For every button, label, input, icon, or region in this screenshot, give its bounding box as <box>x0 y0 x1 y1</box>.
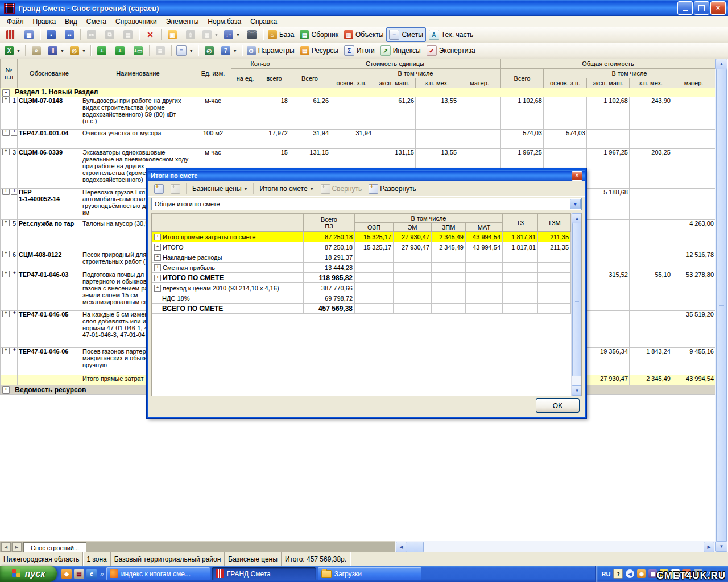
expand-icon[interactable]: + <box>11 311 18 318</box>
expand-icon[interactable]: + <box>2 271 10 278</box>
totals-cell[interactable] <box>355 304 394 314</box>
totals-cell[interactable]: 2 345,49 <box>432 232 466 242</box>
prices-button[interactable]: ◎▼ <box>67 43 89 58</box>
totals-cell[interactable]: 211,35 <box>538 232 571 242</box>
grid-cell[interactable] <box>18 375 81 385</box>
copy-button[interactable]: ⧉ <box>101 27 119 42</box>
totals-dialog-row[interactable]: ВСЕГО ПО СМЕТЕ457 569,38 <box>152 304 571 314</box>
grid-cell[interactable] <box>231 97 259 130</box>
totals-cell[interactable] <box>355 283 394 293</box>
grid-cell[interactable] <box>458 97 501 130</box>
totals-cell[interactable] <box>466 252 503 263</box>
totals-cell[interactable]: 457 569,38 <box>304 304 355 314</box>
scroll-right-icon[interactable]: ▶ <box>704 542 714 552</box>
grid-cell[interactable]: 315,52 <box>587 271 630 311</box>
grid-cell[interactable] <box>630 251 672 271</box>
grid-cell[interactable]: ПЕР 1-1-400052-14 <box>18 189 81 220</box>
totals-cell[interactable] <box>394 283 432 293</box>
totals-cell[interactable] <box>466 304 503 314</box>
totals-cell[interactable] <box>432 283 466 293</box>
new-document-button[interactable]: ▣ <box>163 27 181 42</box>
expand-icon[interactable]: + <box>2 251 10 258</box>
taskbar-window-button[interactable]: ГРАНД Смета <box>212 567 316 580</box>
tab-next-icon[interactable]: ▶ <box>12 542 22 552</box>
grid-cell[interactable] <box>458 130 501 149</box>
grid-cell[interactable]: 574,03 <box>544 130 587 149</box>
scale-button[interactable]: ‖▼ <box>46 43 67 58</box>
expand-icon[interactable]: + <box>154 275 161 281</box>
totals-dialog-row[interactable]: +Сметная прибыль13 444,28 <box>152 263 571 273</box>
grid-cell[interactable] <box>330 97 373 130</box>
expand-icon[interactable]: + <box>11 189 18 196</box>
grid-cell[interactable]: 17,972 <box>259 130 289 149</box>
grid-cell[interactable]: 1 843,24 <box>630 348 672 375</box>
grid-cell[interactable]: 1 967,25 <box>587 149 630 189</box>
collapse-icon[interactable]: - <box>2 89 10 97</box>
grid-cell[interactable]: 1 102,68 <box>587 97 630 130</box>
grid-cell[interactable]: м-час <box>195 97 231 130</box>
sort-button[interactable]: ↓↑▼ <box>221 27 243 42</box>
quick-launch-overflow-icon[interactable]: » <box>100 570 104 578</box>
menu-item[interactable]: Элементы <box>162 17 204 26</box>
base-prices-menu-button[interactable]: Базисные цены▼ <box>189 182 250 196</box>
totals-cell[interactable] <box>432 304 466 314</box>
totals-cell[interactable] <box>355 252 394 263</box>
totals-button[interactable]: ΣИтоги <box>341 43 378 58</box>
expand-icon[interactable]: + <box>154 254 161 261</box>
logo-grid-button[interactable] <box>2 27 20 42</box>
totals-cell[interactable] <box>432 263 466 273</box>
expand-icon[interactable]: + <box>154 285 161 292</box>
grid-cell[interactable]: 19 356,34 <box>587 348 630 375</box>
totals-cell[interactable] <box>355 293 394 304</box>
grid-cell[interactable]: 1+ <box>1 97 18 130</box>
totals-dialog-row[interactable]: +переход к ценам 2010 (93 214,10 x 4,16)… <box>152 283 571 293</box>
totals-cell[interactable]: 43 994,54 <box>466 232 503 242</box>
expand-levels-button[interactable] <box>168 182 183 196</box>
expand-icon[interactable]: + <box>2 348 10 355</box>
grid-cell[interactable] <box>630 130 672 149</box>
grid-cell[interactable]: 2 345,49 <box>630 375 672 385</box>
totals-cell[interactable] <box>432 252 466 263</box>
paste-button[interactable]: ▤ <box>119 27 137 42</box>
base-button[interactable]: ⌂База <box>265 27 297 42</box>
grid-cell[interactable]: 12 516,78 <box>672 251 715 271</box>
totals-cell[interactable] <box>394 304 432 314</box>
add-section-button[interactable]: +▭ <box>129 43 147 58</box>
sbornik-button[interactable]: ▤Сборник <box>297 27 341 42</box>
excel-export-button[interactable]: X▼ <box>2 43 23 58</box>
totals-cell[interactable] <box>538 273 571 283</box>
scroll-thumb[interactable] <box>572 223 582 376</box>
totals-cell[interactable] <box>394 293 432 304</box>
hide-tray-icons-icon[interactable]: ◀ <box>626 569 634 578</box>
internet-explorer-icon[interactable]: e <box>86 569 97 579</box>
expand-icon[interactable]: + <box>2 189 10 196</box>
totals-cell[interactable] <box>503 263 538 273</box>
totals-cell[interactable] <box>538 283 571 293</box>
menu-item[interactable]: Смета <box>82 17 111 26</box>
totals-view-combobox[interactable]: Общие итоги по смете ▼ <box>151 198 582 210</box>
grid-cell[interactable] <box>416 130 458 149</box>
grid-cell[interactable]: 7++ <box>1 271 18 311</box>
delete-button[interactable]: ✕ <box>141 27 159 42</box>
grid-cell[interactable]: 31,94 <box>330 130 373 149</box>
expand-icon[interactable]: + <box>2 149 10 156</box>
scroll-thumb[interactable] <box>716 69 727 542</box>
totals-cell[interactable] <box>466 263 503 273</box>
grid-cell[interactable] <box>672 189 715 220</box>
preview-button[interactable]: ⌕ <box>27 43 46 58</box>
expand-icon[interactable]: + <box>2 97 10 104</box>
grid-cell[interactable] <box>231 130 259 149</box>
totals-cell[interactable]: 2 345,49 <box>432 242 466 252</box>
keyboard-help-icon[interactable]: ? <box>613 569 623 579</box>
totals-cell[interactable] <box>466 273 503 283</box>
totals-cell[interactable] <box>394 273 432 283</box>
expand-icon[interactable]: + <box>11 348 18 355</box>
grid-cell[interactable]: ++ <box>1 375 18 385</box>
totals-cell[interactable]: 15 325,17 <box>355 232 394 242</box>
grid-cell[interactable]: 53 278,80 <box>672 271 715 311</box>
group-button[interactable]: ≣ <box>151 43 169 58</box>
grid-cell[interactable]: ТЕР47-01-001-04 <box>18 130 81 149</box>
grid-cell[interactable]: Рег.служба по тар <box>18 220 81 251</box>
totals-cell[interactable]: 18 291,37 <box>304 252 355 263</box>
totals-cell[interactable]: 27 930,47 <box>394 232 432 242</box>
